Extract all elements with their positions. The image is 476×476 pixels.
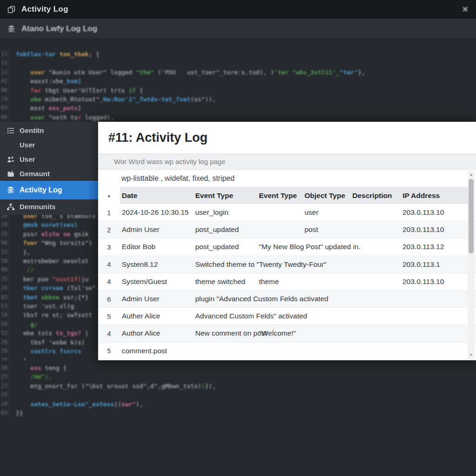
sidebar-item-gentitn[interactable]: Gentitn [0, 123, 98, 138]
cell-event: Advanced Custom Felds" activated [193, 312, 257, 320]
code-line: 53 tser 'ust.sl)g [1, 302, 98, 311]
row-number: 4 [98, 278, 120, 285]
cell-date: comment.post [120, 347, 193, 355]
code-line: 42 eaxst:vbe_ksm] [1, 77, 476, 86]
code-line: 33 }, [1, 248, 98, 257]
cell-event: user_login [193, 208, 257, 217]
column-header-ip-address[interactable]: IP Address [401, 192, 464, 200]
column-header-event-type[interactable]: Event Type [193, 192, 257, 200]
cell-date: 2024-10-26 10:30.15 [120, 208, 193, 217]
cell-event: plugin "Advanced Custom Felds activated [193, 295, 257, 303]
code-line: 23 mtg_onsrt_fsr ("\bst srsust ssd",d",g… [1, 382, 476, 390]
table-row: 5Auther AliceAdvanced Custom Felds" acti… [98, 308, 476, 325]
table-caption: wp-listtable , widefat, fixed, striped [98, 170, 476, 187]
row-number: 4 [98, 330, 120, 337]
row-number: 5 [98, 312, 120, 320]
column-header-object-type[interactable]: Object Type [303, 192, 350, 200]
scrollbar[interactable]: ▲ ▼ [468, 171, 475, 359]
code-block-left: 30 user tse_ s stamsu(s19 @msb osrwt(ses… [1, 212, 98, 360]
code-line: 26 tbsf 'wsbe k)s) [1, 338, 98, 347]
toolbar-title: Atano Lwfy Log Log [21, 24, 97, 33]
row-number: 1 [98, 209, 120, 217]
row-number: 5 [98, 347, 120, 355]
folder-icon [7, 170, 14, 178]
close-icon[interactable]: ✕ [462, 5, 469, 14]
cell-event: New comment on post [193, 329, 257, 337]
code-line: 12 user "Aunin ute User" logged "the" ('… [1, 68, 476, 77]
window-title: Activity Log [21, 5, 68, 14]
cell-ip: 203.0.113.10 [401, 208, 464, 217]
code-line: 56 g/ [1, 320, 98, 329]
code-line: 25 /NW"), [1, 372, 476, 381]
scrollbar-down-icon[interactable]: ▼ [468, 352, 475, 358]
table-row: 2Admin Userpost_updatedpost203.0.113.10 [98, 221, 476, 238]
cell-event: post_updated [193, 225, 257, 234]
code-line: 11 [1, 59, 476, 67]
panel-subtitle: Wor Wsrd wass wp activity log page [98, 153, 476, 170]
code-line: 20 }, [1, 356, 98, 361]
sidebar-item-activity-log[interactable]: Activity Log [0, 181, 98, 199]
column-header-date[interactable]: Date [120, 192, 193, 200]
cell-event: post_updated [193, 243, 257, 251]
sidebar-item-user[interactable]: User [0, 152, 98, 166]
code-line: 29 cwstlrs fssrcs [1, 347, 98, 356]
cell-ip: 203.0.113.12 [401, 243, 464, 251]
admin-sidebar: GentitnUser User Gemaunt Activity Log De… [0, 122, 98, 215]
cell-object: post [303, 225, 350, 234]
code-line: 25 [1, 390, 476, 399]
code-line: 88 // [1, 265, 98, 274]
column-header-description[interactable]: Description [350, 192, 401, 200]
table-header-row: ▲ DateEvent TypeEvent TypeObject TypeDes… [98, 187, 476, 204]
sidebar-item-label: Gemaunt [20, 170, 50, 178]
cell-date: Auther Alice [120, 312, 193, 320]
sidebar-item-label: User [20, 155, 35, 163]
code-line: 24 ube mibeth_Rtotust"_Ne:Run'i"_Twtds-t… [1, 95, 476, 104]
cell-ip: 203.0.113.1 [401, 260, 464, 269]
code-line: 53 ebe tsts ts_tgs? | [1, 329, 98, 337]
scrollbar-thumb[interactable] [469, 179, 474, 253]
code-line: 35 ber pse "usstif)ju [1, 275, 98, 284]
row-number: 3 [98, 243, 120, 251]
sidebar-item-user[interactable]: User [0, 138, 98, 152]
cell-ip: 203.0.113.10 [401, 225, 464, 234]
table-row: 6Admin Userplugin "Advanced Custom Felds… [98, 291, 476, 308]
sidebar-item-gemaunt[interactable]: Gemaunt [0, 166, 98, 181]
code-block-top: 11fubtlev-tar ton_thek; {1112 user "Auni… [1, 50, 476, 122]
network-icon [7, 203, 14, 211]
table-row: 3Editor Bobpost_updated"My New Blog Post… [98, 238, 476, 256]
code-line: 19 @msb osrwt(ses) [1, 220, 98, 229]
activity-table: ▲ DateEvent TypeEvent TypeObject TypeDes… [98, 187, 476, 360]
copy-icon [7, 6, 15, 13]
sort-indicator[interactable]: ▲ [98, 187, 120, 204]
clipboard-icon [7, 186, 14, 194]
table-row: 5comment.post [98, 343, 476, 360]
scrollbar-up-icon[interactable]: ▲ [468, 172, 475, 178]
cell-event2: "My New Blog Post" updated in. [257, 243, 303, 251]
code-line: 25 pssr elste se gsik [1, 230, 98, 238]
row-number: 6 [98, 295, 120, 303]
cell-date: Systen8.12 [120, 260, 193, 269]
cell-event: theme switched [193, 278, 257, 286]
sort-arrow-icon: ▲ [107, 193, 111, 198]
code-line: 36 ess teng { [1, 364, 476, 372]
code-line: 96 fer tbgt User'U(TIsr) trts if { [1, 86, 476, 95]
code-line: 96 fuer "Wng torsits") [1, 238, 98, 247]
code-line: 18 tksf re st; swfsstt [1, 311, 98, 319]
sidebar-item-label: User [20, 141, 35, 149]
sidebar-item-label: Demnunits [20, 203, 56, 211]
column-header-event-type[interactable]: Event Type [257, 192, 303, 200]
code-line: 83 msst ess_puts] [1, 104, 476, 112]
code-line: 38 mstrsbeber oesnlst [1, 257, 98, 265]
window-titlebar: Activity Log ✕ [0, 0, 476, 19]
sidebar-item-label: Gentitn [20, 126, 44, 134]
code-line: 83}} [1, 409, 476, 417]
sidebar-item-demnunits[interactable]: Demnunits [0, 199, 98, 214]
icon-placeholder [7, 141, 14, 149]
cell-event: Switched theme to "Twenty Twedty-Four" [193, 260, 257, 269]
users-icon [7, 156, 14, 163]
table-row: 4Author AliceNew comment on post"Welcome… [98, 325, 476, 342]
table-row: 12024-10-26 10:30.15user_loginuser203.0.… [98, 204, 476, 221]
table-row: 4System/Guesttheme switchedtheme203.0.11… [98, 273, 476, 291]
code-line: 11fubtlev-tar ton_thek; { [1, 50, 476, 59]
code-line: 26 tber cvrsee (Tsl'se" [1, 284, 98, 292]
